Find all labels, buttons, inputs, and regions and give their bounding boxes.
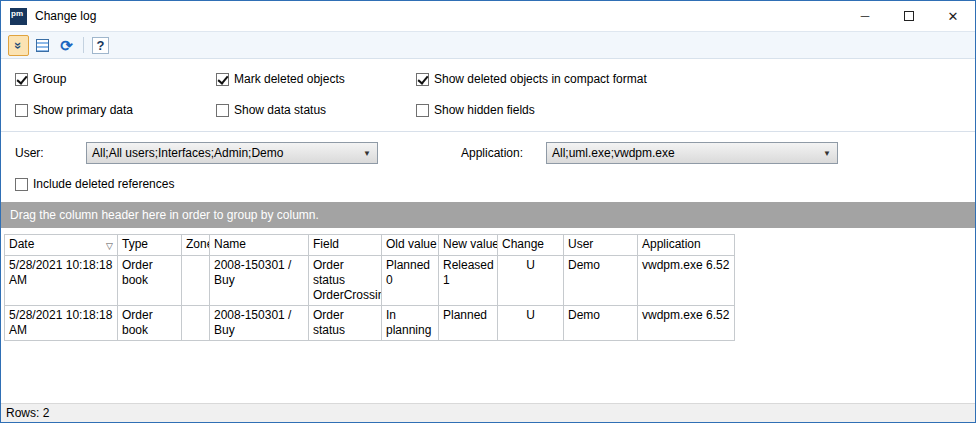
toolbar: » ⟳ ? bbox=[1, 31, 975, 59]
checkbox-box bbox=[15, 178, 28, 191]
checkbox-box bbox=[216, 73, 229, 86]
checkbox-label: Show data status bbox=[234, 103, 326, 117]
cell-user: Demo bbox=[564, 255, 638, 305]
user-dropdown[interactable]: All;All users;Interfaces;Admin;Demo ▼ bbox=[86, 142, 378, 164]
status-bar: Rows: 2 bbox=[1, 403, 975, 422]
cell-name: 2008-150301 / Buy bbox=[210, 255, 309, 305]
header-row: Date ▽ Type Zone Name Field Old value Ne… bbox=[5, 234, 735, 255]
cell-old-value: In planning bbox=[382, 305, 439, 340]
column-header-name[interactable]: Name bbox=[210, 234, 309, 255]
window-title: Change log bbox=[35, 9, 96, 23]
column-header-label: Date bbox=[9, 237, 34, 251]
close-button[interactable]: ✕ bbox=[931, 1, 975, 31]
checkbox-label: Mark deleted objects bbox=[234, 72, 345, 86]
cell-application: vwdpm.exe 6.52 bbox=[638, 305, 735, 340]
column-header-zone[interactable]: Zone bbox=[182, 234, 210, 255]
user-dropdown-value: All;All users;Interfaces;Admin;Demo bbox=[92, 146, 283, 160]
maximize-icon bbox=[904, 11, 914, 21]
combo-section: User: All;All users;Interfaces;Admin;Dem… bbox=[1, 132, 975, 202]
checkbox-label: Include deleted references bbox=[33, 177, 174, 191]
sort-descending-icon: ▽ bbox=[106, 239, 113, 254]
titlebar: pm Change log ─ ✕ bbox=[1, 1, 975, 31]
column-header-old-value[interactable]: Old value bbox=[382, 234, 439, 255]
checkbox-box bbox=[15, 104, 28, 117]
checkbox-show-deleted-compact[interactable]: Show deleted objects in compact format bbox=[416, 72, 975, 86]
checkbox-include-deleted-references[interactable]: Include deleted references bbox=[15, 177, 174, 191]
table-row[interactable]: 5/28/2021 10:18:18 AM Order book 2008-15… bbox=[5, 255, 735, 305]
table-row[interactable]: 5/28/2021 10:18:18 AM Order book 2008-15… bbox=[5, 305, 735, 340]
checkbox-box bbox=[216, 104, 229, 117]
export-csv-button[interactable] bbox=[32, 35, 53, 56]
toolbar-separator bbox=[83, 37, 84, 53]
checkbox-show-data-status[interactable]: Show data status bbox=[216, 103, 416, 117]
checkbox-label: Group bbox=[33, 72, 66, 86]
csv-export-icon bbox=[36, 39, 49, 52]
change-log-window: pm Change log ─ ✕ » ⟳ ? bbox=[0, 0, 976, 423]
cell-date: 5/28/2021 10:18:18 AM bbox=[5, 255, 118, 305]
cell-application: vwdpm.exe 6.52 bbox=[638, 255, 735, 305]
refresh-button[interactable]: ⟳ bbox=[56, 35, 77, 56]
checkbox-mark-deleted-objects[interactable]: Mark deleted objects bbox=[216, 72, 416, 86]
combo-row: User: All;All users;Interfaces;Admin;Dem… bbox=[15, 142, 975, 164]
checkbox-label: Show primary data bbox=[33, 103, 133, 117]
cell-type: Order book bbox=[118, 255, 182, 305]
cell-date: 5/28/2021 10:18:18 AM bbox=[5, 305, 118, 340]
cell-name: 2008-150301 / Buy bbox=[210, 305, 309, 340]
checkbox-show-primary-data[interactable]: Show primary data bbox=[15, 103, 216, 117]
chevron-down-icon: ▼ bbox=[360, 149, 374, 158]
help-icon: ? bbox=[92, 37, 110, 54]
user-label: User: bbox=[15, 146, 86, 160]
column-header-new-value[interactable]: New value bbox=[439, 234, 498, 255]
help-button[interactable]: ? bbox=[90, 35, 111, 56]
checkbox-label: Show deleted objects in compact format bbox=[434, 72, 647, 86]
checkbox-grid: Group Mark deleted objects Show deleted … bbox=[15, 72, 975, 117]
cell-change: U bbox=[498, 255, 564, 305]
cell-field: Order status bbox=[309, 305, 382, 340]
column-header-type[interactable]: Type bbox=[118, 234, 182, 255]
column-header-user[interactable]: User bbox=[564, 234, 638, 255]
toggle-parameters-button[interactable]: » bbox=[8, 35, 29, 56]
double-chevron-down-icon: » bbox=[12, 41, 25, 48]
app-icon: pm bbox=[10, 8, 27, 25]
checkbox-label: Show hidden fields bbox=[434, 103, 535, 117]
checkbox-box bbox=[416, 73, 429, 86]
checkbox-group[interactable]: Group bbox=[15, 72, 216, 86]
maximize-button[interactable] bbox=[887, 1, 931, 31]
cell-new-value: Planned bbox=[439, 305, 498, 340]
minimize-icon: ─ bbox=[861, 9, 870, 23]
checkbox-box bbox=[15, 73, 28, 86]
checkbox-show-hidden-fields[interactable]: Show hidden fields bbox=[416, 103, 975, 117]
chevron-down-icon: ▼ bbox=[820, 149, 834, 158]
cell-user: Demo bbox=[564, 305, 638, 340]
cell-field: Order status OrderCrossing bbox=[309, 255, 382, 305]
cell-zone bbox=[182, 305, 210, 340]
close-icon: ✕ bbox=[948, 9, 959, 24]
grid-area: Date ▽ Type Zone Name Field Old value Ne… bbox=[1, 228, 975, 404]
application-dropdown-value: All;uml.exe;vwdpm.exe bbox=[552, 146, 675, 160]
change-log-table: Date ▽ Type Zone Name Field Old value Ne… bbox=[4, 234, 735, 341]
column-header-field[interactable]: Field bbox=[309, 234, 382, 255]
cell-old-value: Planned 0 bbox=[382, 255, 439, 305]
cell-new-value: Released 1 bbox=[439, 255, 498, 305]
application-dropdown[interactable]: All;uml.exe;vwdpm.exe ▼ bbox=[546, 142, 838, 164]
cell-zone bbox=[182, 255, 210, 305]
row-count: Rows: 2 bbox=[6, 406, 49, 420]
group-by-hint: Drag the column header here in order to … bbox=[10, 208, 319, 222]
filter-panel: Group Mark deleted objects Show deleted … bbox=[1, 59, 975, 131]
checkbox-box bbox=[416, 104, 429, 117]
column-header-date[interactable]: Date ▽ bbox=[5, 234, 118, 255]
refresh-icon: ⟳ bbox=[60, 38, 73, 53]
minimize-button[interactable]: ─ bbox=[843, 1, 887, 31]
application-label: Application: bbox=[461, 146, 546, 160]
cell-change: U bbox=[498, 305, 564, 340]
group-by-drop-zone[interactable]: Drag the column header here in order to … bbox=[1, 202, 975, 228]
column-header-application[interactable]: Application bbox=[638, 234, 735, 255]
column-header-change[interactable]: Change bbox=[498, 234, 564, 255]
cell-type: Order book bbox=[118, 305, 182, 340]
